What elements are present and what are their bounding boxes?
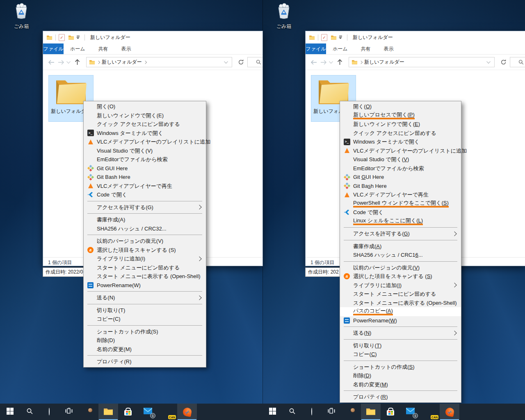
menu-item[interactable]: コピー(C) bbox=[340, 350, 461, 359]
tab-share[interactable]: 共有 bbox=[354, 43, 377, 54]
taskbar-search-button[interactable] bbox=[282, 404, 302, 420]
forward-button[interactable] bbox=[319, 55, 329, 70]
taskbar-search-button[interactable] bbox=[20, 404, 39, 420]
menu-item[interactable]: EmEditorでファイルから検索 bbox=[84, 155, 206, 164]
menu-item[interactable]: ショートカットの作成(S) bbox=[84, 327, 206, 336]
recent-locations-chevron-icon[interactable] bbox=[328, 55, 334, 70]
menu-item[interactable]: Visual Studio で開く(V) bbox=[84, 146, 206, 155]
title-bar[interactable]: ✓ 新しいフォルダー bbox=[306, 31, 525, 43]
tab-file[interactable]: ファイル bbox=[43, 43, 64, 54]
taskbar-file-explorer-button[interactable] bbox=[361, 404, 381, 420]
menu-item[interactable]: VLCメディアプレイヤーのプレイリストに追加 bbox=[340, 146, 461, 155]
recycle-bin[interactable]: ごみ箱 bbox=[2, 2, 40, 30]
taskbar-store-button[interactable] bbox=[381, 404, 400, 420]
qat-customize-chevron-icon[interactable] bbox=[76, 36, 80, 39]
taskbar-store-button[interactable] bbox=[118, 404, 138, 420]
menu-item[interactable]: スタート メニューに表示する (Open-Shell) bbox=[340, 299, 461, 308]
menu-item[interactable]: Visual Studio で開く(V) bbox=[340, 155, 461, 164]
recent-locations-chevron-icon[interactable] bbox=[66, 55, 71, 70]
menu-item[interactable]: VLCメディアプレイヤーで再生 bbox=[84, 182, 206, 191]
menu-item[interactable]: 名前の変更(M) bbox=[84, 345, 206, 354]
back-button[interactable] bbox=[46, 55, 56, 70]
menu-item[interactable]: VLCメディアプレイヤーのプレイリストに追加 bbox=[84, 137, 206, 146]
menu-item[interactable]: プロパティ(R) bbox=[84, 357, 206, 366]
refresh-button[interactable] bbox=[235, 57, 247, 67]
up-button[interactable] bbox=[72, 55, 82, 70]
tab-view[interactable]: 表示 bbox=[377, 43, 400, 54]
menu-item[interactable]: パスのコピー(A) bbox=[340, 307, 461, 316]
taskbar-screen-capture-button[interactable]: ✂ bbox=[440, 404, 459, 420]
address-bar[interactable]: 新しいフォルダー bbox=[86, 57, 232, 67]
menu-item[interactable]: クイック アクセスにピン留めする bbox=[340, 129, 461, 138]
address-dropdown-chevron-icon[interactable] bbox=[224, 59, 228, 64]
menu-item[interactable]: プロパティ(R) bbox=[340, 393, 461, 402]
taskbar-edge-button[interactable] bbox=[79, 404, 98, 420]
breadcrumb-segment[interactable]: 新しいフォルダー bbox=[102, 59, 142, 66]
menu-item[interactable]: 以前のバージョンの復元(V) bbox=[84, 237, 206, 246]
taskbar-start-button[interactable] bbox=[262, 404, 282, 420]
menu-item[interactable]: 書庫作成(A) bbox=[84, 215, 206, 224]
menu-item[interactable]: 切り取り(T) bbox=[84, 306, 206, 315]
taskbar-edge-canary-button[interactable]: CAN bbox=[420, 404, 440, 420]
tab-home[interactable]: ホーム bbox=[326, 43, 354, 54]
taskbar-mail-button[interactable]: 1 bbox=[138, 404, 158, 420]
taskbar-cortana-button[interactable] bbox=[302, 404, 322, 420]
qat-properties-icon[interactable]: ✓ bbox=[321, 34, 327, 41]
menu-item[interactable]: ライブラリに追加(I) bbox=[84, 254, 206, 263]
menu-item[interactable]: 以前のバージョンの復元(V) bbox=[340, 263, 461, 272]
menu-item[interactable]: >_Windows ターミナルで開く bbox=[340, 137, 461, 146]
menu-item[interactable]: Git Bash Here bbox=[84, 173, 206, 182]
back-button[interactable] bbox=[309, 55, 319, 70]
menu-item[interactable]: VLCメディアプレイヤーで再生 bbox=[340, 190, 461, 199]
search-box[interactable] bbox=[510, 57, 525, 67]
taskbar-task-view-button[interactable] bbox=[59, 404, 79, 420]
menu-item[interactable]: >_Windows ターミナルで開く bbox=[84, 129, 206, 138]
menu-item[interactable]: PowerRename(W) bbox=[84, 281, 206, 290]
menu-item[interactable]: 削除(D) bbox=[340, 371, 461, 380]
menu-item[interactable]: Code で開く bbox=[340, 208, 461, 217]
qat-customize-chevron-icon[interactable] bbox=[339, 36, 342, 39]
menu-item[interactable]: PowerShell ウィンドウをここで開く(S) bbox=[340, 199, 461, 208]
tab-file[interactable]: ファイル bbox=[306, 43, 326, 54]
taskbar-cortana-button[interactable] bbox=[39, 404, 59, 420]
recycle-bin[interactable]: ごみ箱 bbox=[265, 2, 303, 30]
breadcrumb-chevron-icon[interactable] bbox=[359, 61, 363, 64]
menu-item[interactable]: SHA256 ハッシュ / CRC16... bbox=[340, 251, 461, 260]
address-dropdown-chevron-icon[interactable] bbox=[486, 59, 491, 64]
menu-item[interactable]: コピー(C) bbox=[84, 315, 206, 324]
menu-item[interactable]: 切り取り(T) bbox=[340, 341, 461, 350]
qat-new-folder-icon[interactable] bbox=[331, 35, 337, 40]
menu-item[interactable]: a選択した項目をスキャンする (S) bbox=[340, 272, 461, 281]
menu-item[interactable]: 送る(N) bbox=[340, 329, 461, 338]
taskbar-start-button[interactable] bbox=[0, 404, 20, 420]
tab-view[interactable]: 表示 bbox=[115, 43, 138, 54]
title-bar[interactable]: ✓ 新しいフォルダー bbox=[43, 31, 262, 43]
qat-properties-icon[interactable]: ✓ bbox=[59, 34, 65, 41]
menu-item[interactable]: 開く(O) bbox=[84, 102, 206, 111]
up-button[interactable] bbox=[334, 55, 345, 70]
menu-item[interactable]: Linux シェルをここに開く(L) bbox=[340, 217, 461, 226]
breadcrumb-chevron-icon[interactable] bbox=[144, 61, 147, 64]
qat-new-folder-icon[interactable] bbox=[68, 35, 74, 40]
menu-item[interactable]: 新しいプロセスで開く(P) bbox=[340, 111, 461, 120]
refresh-button[interactable] bbox=[498, 57, 509, 67]
menu-item[interactable]: a選択した項目をスキャンする (S) bbox=[84, 246, 206, 255]
menu-item[interactable]: クイック アクセスにピン留めする bbox=[84, 120, 206, 129]
menu-item[interactable]: 削除(D) bbox=[84, 336, 206, 345]
menu-item[interactable]: Git Bash Here bbox=[340, 182, 461, 191]
forward-button[interactable] bbox=[56, 55, 66, 70]
taskbar-edge-button[interactable] bbox=[341, 404, 361, 420]
taskbar-task-view-button[interactable] bbox=[322, 404, 341, 420]
menu-item[interactable]: 開く(O) bbox=[340, 102, 461, 111]
menu-item[interactable]: 送る(N) bbox=[84, 293, 206, 302]
menu-item[interactable]: ライブラリに追加(I) bbox=[340, 281, 461, 290]
menu-item[interactable]: 名前の変更(M) bbox=[340, 380, 461, 389]
breadcrumb-chevron-icon[interactable] bbox=[97, 61, 100, 64]
taskbar-screen-capture-button[interactable]: ✂ bbox=[177, 404, 197, 420]
address-bar[interactable]: 新しいフォルダー bbox=[349, 57, 495, 67]
tab-home[interactable]: ホーム bbox=[64, 43, 92, 54]
menu-item[interactable]: PowerRename(W) bbox=[340, 316, 461, 325]
menu-item[interactable]: Code で開く bbox=[84, 190, 206, 199]
menu-item[interactable]: スタート メニューに表示する (Open-Shell) bbox=[84, 272, 206, 281]
menu-item[interactable]: 書庫作成(A) bbox=[340, 242, 461, 251]
